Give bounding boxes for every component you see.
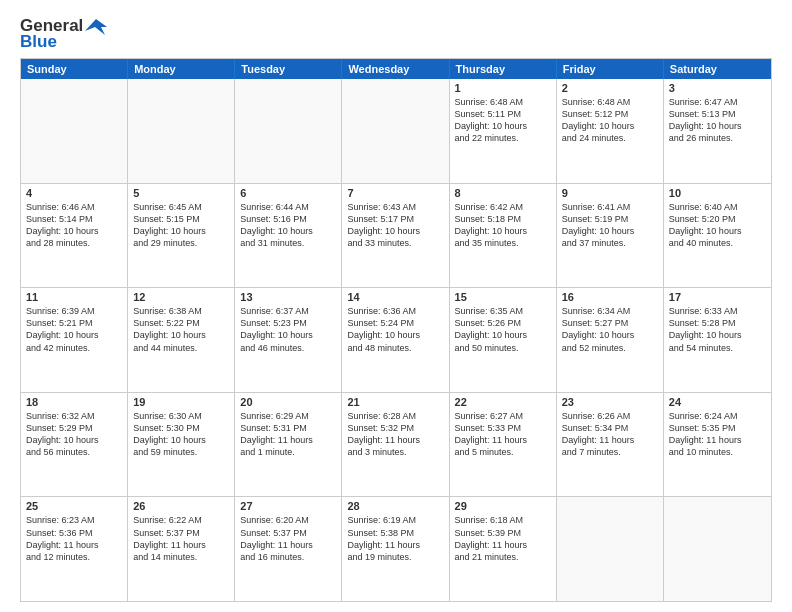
day-number: 9	[562, 187, 658, 199]
day-info: Sunrise: 6:34 AM Sunset: 5:27 PM Dayligh…	[562, 305, 658, 354]
day-info: Sunrise: 6:27 AM Sunset: 5:33 PM Dayligh…	[455, 410, 551, 459]
day-cell-5-1: 25Sunrise: 6:23 AM Sunset: 5:36 PM Dayli…	[21, 497, 128, 601]
day-info: Sunrise: 6:23 AM Sunset: 5:36 PM Dayligh…	[26, 514, 122, 563]
day-info: Sunrise: 6:43 AM Sunset: 5:17 PM Dayligh…	[347, 201, 443, 250]
day-cell-2-4: 7Sunrise: 6:43 AM Sunset: 5:17 PM Daylig…	[342, 184, 449, 288]
day-cell-4-3: 20Sunrise: 6:29 AM Sunset: 5:31 PM Dayli…	[235, 393, 342, 497]
day-number: 13	[240, 291, 336, 303]
day-number: 1	[455, 82, 551, 94]
day-number: 24	[669, 396, 766, 408]
day-info: Sunrise: 6:44 AM Sunset: 5:16 PM Dayligh…	[240, 201, 336, 250]
day-info: Sunrise: 6:40 AM Sunset: 5:20 PM Dayligh…	[669, 201, 766, 250]
day-header-friday: Friday	[557, 59, 664, 79]
day-header-saturday: Saturday	[664, 59, 771, 79]
calendar-header: SundayMondayTuesdayWednesdayThursdayFrid…	[21, 59, 771, 79]
day-info: Sunrise: 6:39 AM Sunset: 5:21 PM Dayligh…	[26, 305, 122, 354]
day-info: Sunrise: 6:19 AM Sunset: 5:38 PM Dayligh…	[347, 514, 443, 563]
day-cell-2-1: 4Sunrise: 6:46 AM Sunset: 5:14 PM Daylig…	[21, 184, 128, 288]
header: General Blue	[20, 16, 772, 52]
day-cell-2-6: 9Sunrise: 6:41 AM Sunset: 5:19 PM Daylig…	[557, 184, 664, 288]
day-cell-1-1	[21, 79, 128, 183]
day-cell-1-6: 2Sunrise: 6:48 AM Sunset: 5:12 PM Daylig…	[557, 79, 664, 183]
day-header-wednesday: Wednesday	[342, 59, 449, 79]
day-number: 16	[562, 291, 658, 303]
day-cell-4-7: 24Sunrise: 6:24 AM Sunset: 5:35 PM Dayli…	[664, 393, 771, 497]
day-cell-5-3: 27Sunrise: 6:20 AM Sunset: 5:37 PM Dayli…	[235, 497, 342, 601]
day-info: Sunrise: 6:38 AM Sunset: 5:22 PM Dayligh…	[133, 305, 229, 354]
day-info: Sunrise: 6:32 AM Sunset: 5:29 PM Dayligh…	[26, 410, 122, 459]
svg-marker-0	[85, 19, 107, 35]
day-number: 2	[562, 82, 658, 94]
calendar: SundayMondayTuesdayWednesdayThursdayFrid…	[20, 58, 772, 602]
day-cell-4-6: 23Sunrise: 6:26 AM Sunset: 5:34 PM Dayli…	[557, 393, 664, 497]
day-info: Sunrise: 6:26 AM Sunset: 5:34 PM Dayligh…	[562, 410, 658, 459]
day-number: 22	[455, 396, 551, 408]
day-info: Sunrise: 6:36 AM Sunset: 5:24 PM Dayligh…	[347, 305, 443, 354]
day-cell-5-7	[664, 497, 771, 601]
day-cell-2-7: 10Sunrise: 6:40 AM Sunset: 5:20 PM Dayli…	[664, 184, 771, 288]
day-cell-3-5: 15Sunrise: 6:35 AM Sunset: 5:26 PM Dayli…	[450, 288, 557, 392]
day-number: 11	[26, 291, 122, 303]
day-info: Sunrise: 6:47 AM Sunset: 5:13 PM Dayligh…	[669, 96, 766, 145]
day-number: 4	[26, 187, 122, 199]
day-cell-2-2: 5Sunrise: 6:45 AM Sunset: 5:15 PM Daylig…	[128, 184, 235, 288]
week-row-3: 11Sunrise: 6:39 AM Sunset: 5:21 PM Dayli…	[21, 287, 771, 392]
day-cell-4-2: 19Sunrise: 6:30 AM Sunset: 5:30 PM Dayli…	[128, 393, 235, 497]
day-info: Sunrise: 6:29 AM Sunset: 5:31 PM Dayligh…	[240, 410, 336, 459]
day-info: Sunrise: 6:48 AM Sunset: 5:11 PM Dayligh…	[455, 96, 551, 145]
day-cell-5-5: 29Sunrise: 6:18 AM Sunset: 5:39 PM Dayli…	[450, 497, 557, 601]
day-header-sunday: Sunday	[21, 59, 128, 79]
week-row-4: 18Sunrise: 6:32 AM Sunset: 5:29 PM Dayli…	[21, 392, 771, 497]
day-number: 28	[347, 500, 443, 512]
day-cell-1-2	[128, 79, 235, 183]
day-number: 23	[562, 396, 658, 408]
day-number: 10	[669, 187, 766, 199]
logo-bird-icon	[85, 17, 107, 35]
day-info: Sunrise: 6:35 AM Sunset: 5:26 PM Dayligh…	[455, 305, 551, 354]
day-number: 19	[133, 396, 229, 408]
day-cell-3-6: 16Sunrise: 6:34 AM Sunset: 5:27 PM Dayli…	[557, 288, 664, 392]
page: General Blue SundayMondayTuesdayWednesda…	[0, 0, 792, 612]
day-cell-1-5: 1Sunrise: 6:48 AM Sunset: 5:11 PM Daylig…	[450, 79, 557, 183]
day-header-thursday: Thursday	[450, 59, 557, 79]
day-info: Sunrise: 6:37 AM Sunset: 5:23 PM Dayligh…	[240, 305, 336, 354]
day-cell-3-4: 14Sunrise: 6:36 AM Sunset: 5:24 PM Dayli…	[342, 288, 449, 392]
day-info: Sunrise: 6:45 AM Sunset: 5:15 PM Dayligh…	[133, 201, 229, 250]
day-cell-4-4: 21Sunrise: 6:28 AM Sunset: 5:32 PM Dayli…	[342, 393, 449, 497]
day-cell-1-7: 3Sunrise: 6:47 AM Sunset: 5:13 PM Daylig…	[664, 79, 771, 183]
day-header-monday: Monday	[128, 59, 235, 79]
day-cell-1-4	[342, 79, 449, 183]
day-cell-5-6	[557, 497, 664, 601]
day-info: Sunrise: 6:30 AM Sunset: 5:30 PM Dayligh…	[133, 410, 229, 459]
day-number: 20	[240, 396, 336, 408]
day-number: 21	[347, 396, 443, 408]
day-number: 18	[26, 396, 122, 408]
day-cell-4-1: 18Sunrise: 6:32 AM Sunset: 5:29 PM Dayli…	[21, 393, 128, 497]
day-info: Sunrise: 6:33 AM Sunset: 5:28 PM Dayligh…	[669, 305, 766, 354]
day-info: Sunrise: 6:22 AM Sunset: 5:37 PM Dayligh…	[133, 514, 229, 563]
day-cell-2-5: 8Sunrise: 6:42 AM Sunset: 5:18 PM Daylig…	[450, 184, 557, 288]
week-row-2: 4Sunrise: 6:46 AM Sunset: 5:14 PM Daylig…	[21, 183, 771, 288]
day-number: 27	[240, 500, 336, 512]
day-info: Sunrise: 6:18 AM Sunset: 5:39 PM Dayligh…	[455, 514, 551, 563]
week-row-5: 25Sunrise: 6:23 AM Sunset: 5:36 PM Dayli…	[21, 496, 771, 601]
day-cell-4-5: 22Sunrise: 6:27 AM Sunset: 5:33 PM Dayli…	[450, 393, 557, 497]
day-info: Sunrise: 6:42 AM Sunset: 5:18 PM Dayligh…	[455, 201, 551, 250]
day-number: 14	[347, 291, 443, 303]
logo: General Blue	[20, 16, 107, 52]
logo-blue-text: Blue	[20, 32, 57, 52]
day-number: 5	[133, 187, 229, 199]
day-number: 17	[669, 291, 766, 303]
day-cell-1-3	[235, 79, 342, 183]
day-number: 7	[347, 187, 443, 199]
day-info: Sunrise: 6:24 AM Sunset: 5:35 PM Dayligh…	[669, 410, 766, 459]
day-number: 3	[669, 82, 766, 94]
day-cell-2-3: 6Sunrise: 6:44 AM Sunset: 5:16 PM Daylig…	[235, 184, 342, 288]
day-number: 29	[455, 500, 551, 512]
day-cell-3-7: 17Sunrise: 6:33 AM Sunset: 5:28 PM Dayli…	[664, 288, 771, 392]
calendar-body: 1Sunrise: 6:48 AM Sunset: 5:11 PM Daylig…	[21, 79, 771, 601]
day-info: Sunrise: 6:20 AM Sunset: 5:37 PM Dayligh…	[240, 514, 336, 563]
week-row-1: 1Sunrise: 6:48 AM Sunset: 5:11 PM Daylig…	[21, 79, 771, 183]
day-info: Sunrise: 6:48 AM Sunset: 5:12 PM Dayligh…	[562, 96, 658, 145]
day-cell-3-1: 11Sunrise: 6:39 AM Sunset: 5:21 PM Dayli…	[21, 288, 128, 392]
